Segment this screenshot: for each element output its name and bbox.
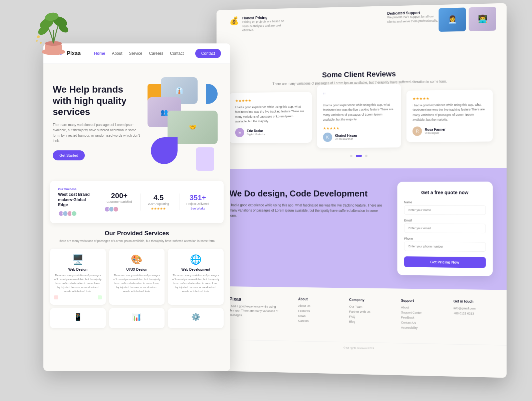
nav-service[interactable]: Service xyxy=(129,51,143,56)
purple-shape xyxy=(151,137,178,164)
reviews-grid: ★★★★★ I had a good experience while usin… xyxy=(229,90,493,148)
rating-num: 4.5 xyxy=(144,193,174,202)
company-link-2[interactable]: Partner With Us xyxy=(349,310,387,314)
person-img xyxy=(196,147,214,171)
review-card-1: ★★★★★ I had a good experience while usin… xyxy=(229,92,312,143)
form-title: Get a free quote now xyxy=(404,190,486,195)
webdesign-deco xyxy=(54,295,102,299)
contact-phone[interactable]: +88 0121 0213 xyxy=(454,311,493,315)
deco-2 xyxy=(98,295,102,299)
nav-home[interactable]: Home xyxy=(94,51,105,56)
nav-about[interactable]: About xyxy=(112,51,122,56)
stat-rating: 4.5 200+ Avg rating ★★★★★ xyxy=(141,193,177,211)
reviewer-avatar-1: E xyxy=(235,128,244,137)
webdev-desc: There are many variations of passages of… xyxy=(172,273,220,293)
stat-brand: Our Success West cost Brand makers-Globa… xyxy=(58,187,98,217)
dedicated-support-label: Dedicated Support We provide 24/7 suppor… xyxy=(387,10,438,24)
reviewer-role-3: UI Designer xyxy=(425,131,446,135)
see-works-link[interactable]: See Works xyxy=(183,207,213,210)
uxdesign-icon: 🎨 xyxy=(113,254,161,265)
quote-icon: " xyxy=(323,90,395,101)
stat-avatars xyxy=(58,211,94,217)
nav-contact[interactable]: Contact xyxy=(170,51,184,56)
email-input[interactable] xyxy=(404,223,486,233)
customers-num: 200+ xyxy=(104,191,135,200)
support-link-1[interactable]: About xyxy=(401,305,440,309)
pricing-desc: Pricing on projects are based on various… xyxy=(242,19,291,33)
deco-1 xyxy=(54,295,58,299)
service-card-webdesign: 🖥️ Web Design There are many variations … xyxy=(50,249,106,305)
review-card-2: " I had a good experience while using th… xyxy=(317,84,401,148)
dot-2[interactable] xyxy=(356,155,362,157)
review-stars-2: ★★★★★ xyxy=(323,126,395,131)
submit-button[interactable]: Get Pricing Now xyxy=(404,256,486,268)
footer-brand: Pixaa I had a good experience while usin… xyxy=(229,296,285,328)
service-mini-3: ⚙️ xyxy=(168,308,224,328)
form-group-phone: Phone xyxy=(404,237,486,251)
reviewer-info-3: Rosa Farmer UI Designer xyxy=(425,127,446,134)
uxdesign-desc: There are many variations of passages of… xyxy=(113,273,161,293)
service-card-webdev: 🌐 Web Development There are many variati… xyxy=(168,249,224,305)
nav-careers[interactable]: Careers xyxy=(149,51,164,56)
support-photo-2: 👨‍💻 xyxy=(469,7,496,31)
hero-images: 👔 👥 🤝 xyxy=(148,77,221,171)
footer-col-company: Company Our Team Partner With Us FAQ Blo… xyxy=(349,298,387,330)
support-link-4[interactable]: Contact Us xyxy=(401,321,440,325)
services-section: Our Provided Services There are many var… xyxy=(43,230,230,335)
about-link-3[interactable]: News xyxy=(298,314,336,318)
reviewer-1: E Eric Drake Digital Marketer xyxy=(235,127,306,137)
nav-links: Home About Service Careers Contact xyxy=(94,51,195,56)
support-photo-1: 👩‍💼 xyxy=(439,7,466,32)
get-started-button[interactable]: Get Started xyxy=(53,150,85,160)
footer: Pixaa I had a good experience while usin… xyxy=(217,286,507,340)
webdesign-icon: 🖥️ xyxy=(54,254,102,265)
name-label: Name xyxy=(404,200,486,204)
rating-label: 200+ Avg rating xyxy=(144,202,174,206)
about-link-1[interactable]: About Us xyxy=(298,304,336,308)
reviewer-name-3: Rosa Farmer xyxy=(425,127,446,131)
about-link-2[interactable]: Features xyxy=(298,309,336,313)
reviewer-2: K Khairul Hasan UX Researcher xyxy=(323,132,395,142)
contact-button[interactable]: Contact xyxy=(195,49,221,58)
company-link-3[interactable]: FAQ xyxy=(349,315,387,319)
support-link-2[interactable]: Support Center xyxy=(401,311,440,315)
cta-section: We Do design, Code Development I had a g… xyxy=(217,168,507,290)
phone-input[interactable] xyxy=(404,241,486,251)
company-link-1[interactable]: Our Team xyxy=(349,305,387,309)
support-link-3[interactable]: Feedback xyxy=(401,316,440,320)
reviewer-info-2: Khairul Hasan UX Researcher xyxy=(335,134,357,140)
reviewer-name-2: Khairul Hasan xyxy=(335,134,357,137)
review-stars-1: ★★★★★ xyxy=(235,98,306,103)
support-link-5[interactable]: Accessibility xyxy=(401,326,440,330)
form-group-name: Name xyxy=(404,200,486,215)
svg-point-10 xyxy=(40,42,42,44)
webdev-icon: 🌐 xyxy=(172,254,220,265)
hero-text: We Help brands with high quality service… xyxy=(53,77,141,160)
footer-col-support: Support About Support Center Feedback Co… xyxy=(401,298,440,331)
rating-stars: ★★★★★ xyxy=(144,207,174,211)
cta-title: We Do design, Code Development xyxy=(229,188,384,199)
review-text-2: I had a good experience while using this… xyxy=(323,102,395,122)
webdesign-name: Web Design xyxy=(54,268,102,271)
uxdesign-name: UI/UX Design xyxy=(113,268,161,271)
support-img-1: 👩‍💼 xyxy=(439,7,466,32)
name-input[interactable] xyxy=(404,205,486,215)
dot-1[interactable] xyxy=(350,155,352,157)
review-text-1: I had a good experience while using this… xyxy=(235,104,306,124)
carousel-dots xyxy=(229,152,493,159)
support-desc: We provide 24/7 support for all our clie… xyxy=(387,14,438,24)
review-stars-3: ★★★★★ xyxy=(413,96,487,101)
c-avatar-3 xyxy=(113,206,119,212)
about-link-4[interactable]: Careers xyxy=(298,319,336,323)
dot-3[interactable] xyxy=(365,154,367,157)
company-link-4[interactable]: Blog xyxy=(349,320,387,324)
phone-label: Phone xyxy=(404,237,486,241)
right-top: 💰 Honest Pricing Pricing on projects are… xyxy=(217,3,507,62)
pricing-content: Honest Pricing Pricing on projects are b… xyxy=(242,15,291,32)
service-card-uxdesign: 🎨 UI/UX Design There are many variations… xyxy=(109,249,165,305)
quote-form: Get a free quote now Name Email Phone Ge… xyxy=(397,181,493,276)
contact-email[interactable]: info@gmail.com xyxy=(454,306,493,310)
services-title: Our Provided Services xyxy=(50,230,224,237)
reviews-title: Some Client Reviews xyxy=(229,68,493,81)
plant-decoration xyxy=(27,3,80,57)
